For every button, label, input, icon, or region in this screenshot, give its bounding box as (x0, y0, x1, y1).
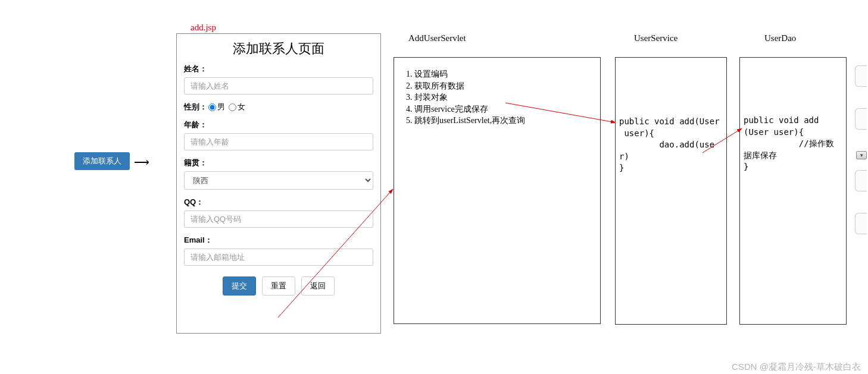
servlet-step: 封装对象 (414, 92, 597, 103)
qq-label: QQ： (184, 197, 373, 208)
watermark: CSDN @凝霜月冷残-草木破白衣 (732, 362, 861, 373)
add-contact-button[interactable]: 添加联系人 (74, 152, 130, 170)
servlet-step: 调用service完成保存 (414, 103, 597, 115)
rail-tab[interactable] (855, 170, 867, 191)
gender-male-radio[interactable] (208, 103, 216, 111)
rail-tab[interactable] (855, 65, 867, 87)
service-code: public void add(User user){ dao.add(user… (619, 116, 723, 174)
qq-input[interactable] (184, 210, 373, 228)
form-title: 添加联系人页面 (184, 40, 373, 58)
rail-tab[interactable] (855, 213, 867, 234)
name-input[interactable] (184, 77, 373, 95)
rail-scroll-icon[interactable]: ▾ (856, 151, 867, 159)
service-box: public void add(User user){ dao.add(user… (615, 57, 727, 325)
servlet-steps: 设置编码 获取所有数据 封装对象 调用service完成保存 跳转到userLi… (398, 68, 597, 127)
service-header: UserService (634, 33, 677, 43)
arrow-right-icon: ⟶ (134, 156, 149, 169)
gender-label: 性别： (184, 102, 207, 112)
origin-select[interactable]: 陕西 (184, 171, 373, 190)
dao-box: public void add (User user){ //操作数 据库保存 … (739, 57, 847, 325)
gender-female-label: 女 (238, 102, 245, 112)
add-contact-form-panel: 添加联系人页面 姓名： 性别： 男 女 年龄： 籍贯： 陕西 QQ： Email… (176, 33, 381, 334)
gender-female-radio[interactable] (229, 103, 236, 111)
reset-button[interactable]: 重置 (262, 276, 295, 296)
email-input[interactable] (184, 249, 373, 266)
origin-label: 籍贯： (184, 158, 373, 168)
jsp-filename-label: add.jsp (191, 23, 216, 33)
age-label: 年龄： (184, 120, 373, 130)
servlet-box: 设置编码 获取所有数据 封装对象 调用service完成保存 跳转到userLi… (394, 57, 601, 324)
servlet-step-5: 跳转到userListServlet,再次查询 (414, 115, 597, 127)
back-button[interactable]: 返回 (301, 276, 335, 296)
right-rail: ▾ (855, 65, 868, 256)
email-label: Email： (184, 235, 373, 246)
dao-header: UserDao (764, 33, 796, 43)
servlet-step: 设置编码 (414, 68, 597, 80)
dao-code: public void add (User user){ //操作数 据库保存 … (744, 115, 842, 173)
name-label: 姓名： (184, 64, 373, 74)
rail-tab[interactable] (855, 108, 867, 130)
gender-male-label: 男 (217, 102, 225, 112)
servlet-header: AddUserServlet (408, 33, 466, 43)
age-input[interactable] (184, 133, 373, 150)
servlet-step: 获取所有数据 (414, 80, 597, 92)
submit-button[interactable]: 提交 (223, 276, 256, 296)
